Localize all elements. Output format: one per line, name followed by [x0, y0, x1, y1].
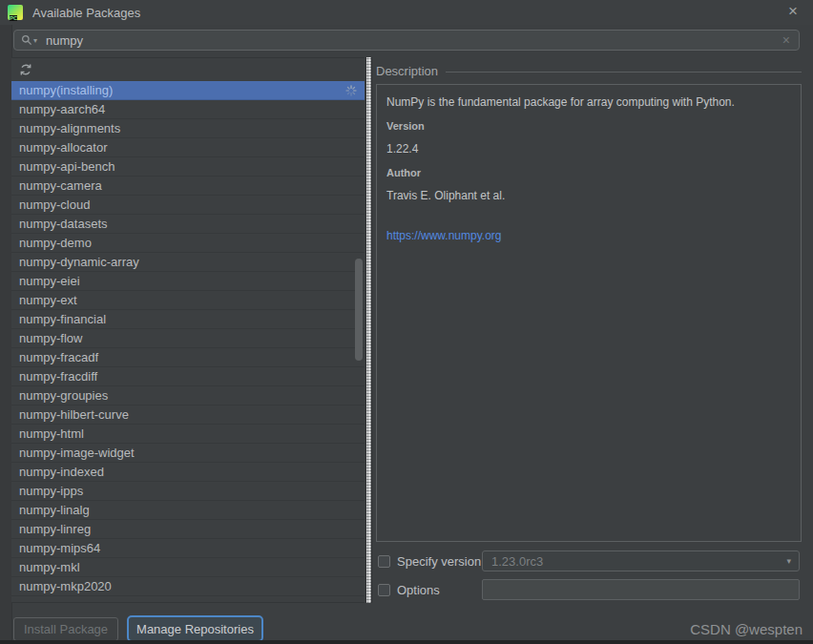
available-packages-dialog: PC Available Packages × ▾ numpy × numpy(… — [0, 0, 813, 644]
version-combobox-value: 1.23.0rc3 — [491, 554, 543, 569]
description-title-rule — [446, 72, 802, 73]
list-item[interactable]: numpy-camera — [11, 177, 365, 196]
dialog-titlebar: PC Available Packages × — [0, 0, 813, 25]
options-checkbox[interactable] — [378, 584, 390, 596]
list-item[interactable]: numpy-hilbert-curve — [11, 405, 365, 425]
specify-version-label: Specify version — [397, 554, 481, 569]
list-item[interactable]: numpy-alignments — [11, 119, 365, 138]
list-item[interactable]: numpy-fracadf — [11, 348, 365, 367]
list-item[interactable]: numpy-mkp2020 — [11, 577, 365, 596]
options-label: Options — [397, 583, 440, 597]
list-item[interactable]: numpy-financial — [11, 310, 365, 329]
author-value: Travis E. Oliphant et al. — [386, 189, 791, 202]
list-item[interactable]: numpy-cloud — [11, 196, 365, 215]
list-item[interactable]: numpy-mips64 — [11, 539, 365, 558]
search-history-chevron-icon[interactable]: ▾ — [33, 36, 37, 45]
options-input[interactable] — [482, 579, 800, 600]
version-combobox[interactable]: 1.23.0rc3 ▾ — [482, 551, 800, 571]
pycharm-icon: PC — [8, 5, 23, 20]
list-item[interactable]: numpy-linreg — [11, 520, 365, 539]
package-homepage-link[interactable]: https://www.numpy.org — [386, 229, 791, 242]
package-summary: NumPy is the fundamental package for arr… — [386, 95, 791, 109]
list-scrollbar-thumb[interactable] — [355, 259, 363, 361]
dialog-title: Available Packages — [32, 6, 140, 20]
description-section-title: Description — [376, 64, 438, 78]
selected-package-label: numpy(installing) — [19, 81, 113, 99]
author-label: Author — [386, 166, 791, 179]
list-item[interactable]: numpy-demo — [11, 234, 365, 253]
list-item[interactable]: numpy-api-bench — [11, 157, 365, 177]
list-item[interactable]: numpy-linalg — [11, 501, 365, 520]
installing-spinner-icon — [345, 85, 357, 96]
list-item[interactable]: numpy-allocator — [11, 138, 365, 157]
list-item[interactable]: numpy-flow — [11, 329, 365, 348]
list-item[interactable]: numpy-dynamic-array — [11, 253, 365, 272]
version-label: Version — [386, 119, 791, 133]
combo-arrow-icon[interactable]: ▾ — [786, 556, 791, 566]
list-item[interactable]: numpy-image-widget — [11, 444, 365, 463]
list-item[interactable]: numpy-indexed — [11, 463, 365, 482]
list-item[interactable]: numpy-fracdiff — [11, 367, 365, 386]
watermark: CSDN @wespten — [690, 621, 803, 637]
list-item[interactable]: numpy-ipps — [11, 482, 365, 501]
clear-search-icon[interactable]: × — [782, 32, 790, 48]
panel-splitter[interactable] — [365, 57, 372, 603]
package-list-items: numpy-aarch64numpy-alignmentsnumpy-alloc… — [11, 100, 365, 596]
list-item[interactable]: numpy-datasets — [11, 215, 365, 234]
list-item-selected[interactable]: numpy(installing) — [11, 81, 365, 100]
list-item[interactable]: numpy-eiei — [11, 272, 365, 291]
search-query-text: numpy — [46, 33, 83, 48]
list-item[interactable]: numpy-ext — [11, 291, 365, 310]
reload-icon[interactable] — [19, 63, 32, 76]
description-panel: Description NumPy is the fundamental pac… — [374, 57, 802, 603]
list-item[interactable]: numpy-aarch64 — [11, 100, 365, 119]
search-input[interactable]: ▾ numpy × — [13, 30, 800, 51]
list-item[interactable]: numpy-mkl — [11, 558, 365, 577]
version-value: 1.22.4 — [386, 142, 791, 156]
package-list-panel: numpy(installing) numpy-aarch64numpy-ali… — [11, 57, 365, 603]
close-icon[interactable]: × — [788, 2, 798, 21]
search-icon — [21, 34, 32, 46]
list-item[interactable]: numpy-groupies — [11, 386, 365, 405]
description-box: NumPy is the fundamental package for arr… — [376, 84, 802, 542]
list-toolbar — [11, 58, 365, 81]
dialog-bottom-edge — [0, 640, 813, 644]
install-package-button[interactable]: Install Package — [13, 617, 118, 641]
list-item[interactable]: numpy-html — [11, 425, 365, 444]
manage-repositories-button[interactable]: Manage Repositories — [127, 615, 263, 642]
specify-version-checkbox[interactable] — [378, 555, 390, 568]
